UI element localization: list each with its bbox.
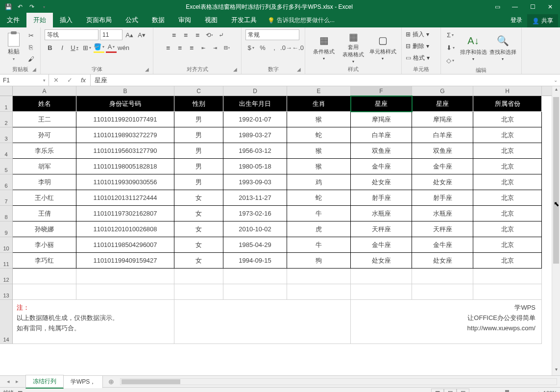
cell[interactable]: 白羊座: [412, 127, 473, 143]
cell[interactable]: [174, 269, 223, 284]
cell[interactable]: 110101198504296007: [76, 237, 174, 253]
insert-button[interactable]: ⊞插入 ▾: [406, 29, 429, 39]
zoom-in-icon[interactable]: +: [537, 390, 540, 392]
cell[interactable]: 1994-09-15: [223, 253, 287, 269]
cell[interactable]: [223, 269, 287, 284]
align-top-icon[interactable]: ≡: [169, 29, 179, 40]
phonetic-icon[interactable]: wén: [118, 42, 129, 53]
cell[interactable]: 天秤座: [412, 221, 473, 237]
cell[interactable]: 水瓶座: [351, 206, 412, 221]
formula-input[interactable]: 星座: [91, 74, 551, 86]
row-header[interactable]: 11: [0, 253, 13, 269]
cell[interactable]: 北京: [473, 190, 542, 206]
fx-icon[interactable]: fx: [76, 76, 90, 84]
orientation-icon[interactable]: ⟲: [204, 29, 215, 40]
scroll-thumb[interactable]: [553, 97, 559, 264]
cell[interactable]: 女: [174, 253, 223, 269]
align-bottom-icon[interactable]: ≡: [192, 29, 203, 40]
cell[interactable]: [13, 284, 76, 300]
cell[interactable]: 110101199309030556: [76, 174, 174, 190]
col-header[interactable]: G: [412, 86, 473, 96]
cell[interactable]: 处女座: [412, 253, 473, 269]
format-as-table-button[interactable]: ▦套用 表格格式▾: [339, 31, 368, 63]
tab-developer[interactable]: 开发工具: [224, 13, 264, 27]
cell[interactable]: 白羊座: [351, 127, 412, 143]
italic-button[interactable]: I: [57, 42, 68, 53]
cell[interactable]: 李巧红: [13, 253, 76, 269]
save-icon[interactable]: 💾: [4, 2, 13, 11]
note-cell[interactable]: 注：以上数据随机生成，仅供数据演示。如有雷同，纯属巧合。: [13, 300, 174, 344]
tab-view[interactable]: 视图: [198, 13, 224, 27]
cell[interactable]: 北京: [473, 159, 542, 174]
align-right-icon[interactable]: ≡: [186, 42, 197, 53]
tab-review[interactable]: 审阅: [171, 13, 198, 27]
zoom-control[interactable]: − + 100%: [474, 390, 557, 392]
autosum-icon[interactable]: Σ: [445, 29, 456, 40]
enter-icon[interactable]: ✓: [63, 76, 76, 84]
cell[interactable]: 北京: [473, 127, 542, 143]
cell[interactable]: 王二: [13, 112, 76, 127]
normal-view-icon[interactable]: ▦: [431, 389, 444, 392]
launcher-icon[interactable]: ◢: [297, 67, 301, 72]
undo-icon[interactable]: ↶: [16, 2, 24, 11]
col-header[interactable]: C: [174, 86, 223, 96]
cell[interactable]: 男: [174, 159, 223, 174]
cell[interactable]: 王小红: [13, 190, 76, 206]
cell[interactable]: 蛇: [287, 127, 351, 143]
cell[interactable]: 摩羯座: [351, 112, 412, 127]
cell[interactable]: 处女座: [351, 174, 412, 190]
underline-button[interactable]: U: [69, 42, 80, 53]
cell[interactable]: [473, 284, 542, 300]
cell[interactable]: 蛇: [287, 190, 351, 206]
redo-icon[interactable]: ↷: [27, 2, 36, 11]
cell[interactable]: 110101198005182818: [76, 159, 174, 174]
page-break-view-icon[interactable]: ▥: [457, 389, 469, 392]
row-header[interactable]: 14: [0, 300, 13, 344]
cell[interactable]: [76, 284, 174, 300]
cell[interactable]: 男: [174, 112, 223, 127]
col-header[interactable]: E: [287, 86, 351, 96]
conditional-format-button[interactable]: ▦条件格式▾: [309, 31, 339, 63]
cell[interactable]: 虎: [287, 221, 351, 237]
merge-button[interactable]: ⊟: [221, 42, 232, 53]
page-layout-view-icon[interactable]: ▤: [444, 389, 457, 392]
cell[interactable]: 双鱼座: [351, 143, 412, 159]
new-sheet-icon[interactable]: ⊕: [105, 378, 117, 386]
cell[interactable]: 所属省份: [473, 96, 542, 112]
scroll-thumb[interactable]: [122, 379, 180, 384]
sheet-tab[interactable]: 冻结行列: [25, 375, 64, 389]
cell[interactable]: 李小丽: [13, 237, 76, 253]
cell[interactable]: 猴: [287, 143, 351, 159]
wrap-text-icon[interactable]: ⤶: [216, 29, 226, 40]
increase-decimal-icon[interactable]: .0→: [281, 42, 292, 53]
cell[interactable]: 男: [174, 127, 223, 143]
tab-home[interactable]: 开始: [26, 13, 53, 27]
row-header[interactable]: 13: [0, 284, 13, 300]
cell[interactable]: 女: [174, 206, 223, 221]
cell[interactable]: 李乐乐: [13, 143, 76, 159]
expand-formula-icon[interactable]: ⌄: [551, 74, 560, 86]
launcher-icon[interactable]: ◢: [145, 67, 149, 72]
clear-icon[interactable]: ◇: [445, 55, 456, 66]
cell[interactable]: 男: [174, 143, 223, 159]
launcher-icon[interactable]: ◢: [233, 67, 237, 72]
ribbon-options-icon[interactable]: ▭: [490, 2, 504, 12]
cell[interactable]: 1993-09-03: [223, 174, 287, 190]
cell[interactable]: 天秤座: [351, 221, 412, 237]
maximize-icon[interactable]: ☐: [526, 2, 539, 12]
row-header[interactable]: 12: [0, 269, 13, 284]
cell[interactable]: 牛: [287, 237, 351, 253]
scroll-up-icon[interactable]: ▴: [552, 86, 560, 95]
cell[interactable]: 110101199409159427: [76, 253, 174, 269]
cell[interactable]: 北京: [473, 174, 542, 190]
row-header[interactable]: 7: [0, 190, 13, 206]
cell[interactable]: 身份证号码: [76, 96, 174, 112]
cell[interactable]: 星座: [351, 96, 412, 112]
cell[interactable]: [174, 300, 351, 344]
cell[interactable]: 1980-05-18: [223, 159, 287, 174]
cell[interactable]: 牛: [287, 206, 351, 221]
cell[interactable]: 胡军: [13, 159, 76, 174]
cell[interactable]: 处女座: [351, 253, 412, 269]
cell[interactable]: 金牛座: [351, 159, 412, 174]
fill-icon[interactable]: ⬇: [445, 42, 456, 53]
